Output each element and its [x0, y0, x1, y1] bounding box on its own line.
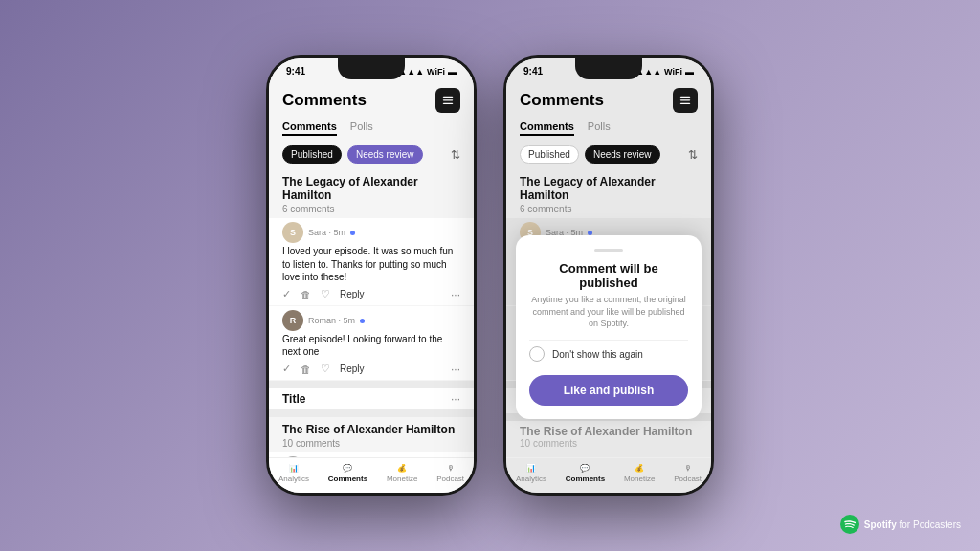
phone-inner-right: 9:41 ▲▲▲ WiFi ▬ Comments Comments	[506, 58, 711, 493]
dont-show-label: Don't show this again	[552, 349, 643, 360]
nav-podcast-label-left: Podcast	[436, 474, 464, 483]
filter-icon-right[interactable]: ⇅	[688, 148, 698, 162]
page-title-right: Comments	[520, 91, 604, 110]
notch-left	[338, 58, 405, 79]
nav-analytics-right[interactable]: 📊 Analytics	[516, 464, 546, 483]
tab-comments-right[interactable]: Comments	[520, 121, 574, 136]
comment-sara-actions: ✓ 🗑 ♡ Reply ···	[282, 288, 460, 301]
time-right: 9:41	[523, 66, 543, 77]
comments-icon-right: 💬	[580, 464, 590, 473]
nav-analytics-label-left: Analytics	[278, 474, 309, 483]
check-icon-sara[interactable]: ✓	[282, 288, 291, 300]
nav-podcast-right[interactable]: 🎙 Podcast	[674, 464, 702, 483]
section-info-right: The Rise of Alexander Hamilton 10 commen…	[506, 421, 711, 452]
filter-icon-left[interactable]: ⇅	[451, 148, 460, 162]
tab-polls-right[interactable]: Polls	[588, 121, 611, 136]
svg-rect-5	[680, 103, 691, 104]
more-btn-sara[interactable]: ···	[451, 288, 460, 301]
analytics-icon-right: 📊	[526, 464, 536, 473]
reply-btn-roman[interactable]: Reply	[340, 364, 365, 374]
nav-analytics-label-right: Analytics	[516, 474, 546, 483]
menu-icon-left[interactable]	[435, 88, 460, 113]
comment-sara-left: S Sara · 5m I loved your episode. It was…	[269, 218, 474, 305]
heart-icon-roman[interactable]: ♡	[321, 363, 330, 375]
nav-monetize-left[interactable]: 💰 Monetize	[387, 464, 417, 483]
bottom-nav-left: 📊 Analytics 💬 Comments 💰 Monetize 🎙 Podc…	[269, 457, 474, 493]
svg-rect-1	[443, 99, 454, 100]
content-right: Comments Comments Polls Published Needs …	[506, 80, 711, 457]
page-title-left: Comments	[282, 91, 367, 110]
battery-icon-right: ▬	[685, 67, 694, 77]
filter-published-right[interactable]: Published	[520, 145, 579, 164]
comment-roman-left: R Roman · 5m Great episode! Looking forw…	[269, 306, 474, 380]
bottom-nav-right: 📊 Analytics 💬 Comments 💰 Monetize 🎙 Podc…	[506, 457, 711, 493]
divider-1-left	[269, 381, 474, 388]
avatar-roman-left: R	[282, 310, 303, 331]
tabs-right: Comments Polls	[506, 119, 711, 142]
comment-roman-text: Great episode! Looking forward to the ne…	[282, 333, 460, 359]
title-more-btn[interactable]: ···	[451, 392, 460, 406]
nav-monetize-label-left: Monetize	[387, 474, 417, 483]
filter-row-left: Published Needs review ⇅	[269, 142, 474, 169]
battery-icon: ▬	[448, 67, 457, 77]
divider-2-left	[269, 409, 474, 417]
spotify-logo-icon	[840, 515, 859, 534]
status-icons-right: ▲▲▲ WiFi ▬	[635, 67, 694, 77]
tab-comments-left[interactable]: Comments	[282, 121, 337, 136]
comment-sara-header: S Sara · 5m	[282, 222, 460, 243]
tabs-left: Comments Polls	[269, 119, 474, 142]
tab-polls-left[interactable]: Polls	[350, 121, 373, 136]
filter-published-left[interactable]: Published	[282, 145, 342, 164]
nav-analytics-left[interactable]: 📊 Analytics	[278, 464, 309, 483]
podcast-icon-left: 🎙	[447, 464, 455, 473]
modal-title: Comment will be published	[529, 261, 688, 290]
section-count-2-left: 10 comments	[269, 438, 474, 452]
reply-btn-sara[interactable]: Reply	[340, 289, 365, 299]
like-publish-button[interactable]: Like and publish	[529, 375, 688, 406]
modal-checkbox-row: Don't show this again	[529, 340, 688, 367]
phones-container: 9:41 ▲▲▲ WiFi ▬ Comments Comments	[266, 55, 714, 496]
nav-monetize-right[interactable]: 💰 Monetize	[624, 464, 655, 483]
more-btn-roman[interactable]: ···	[451, 363, 460, 376]
phone-inner-left: 9:41 ▲▲▲ WiFi ▬ Comments Comments	[269, 58, 474, 493]
check-icon-roman[interactable]: ✓	[282, 363, 291, 375]
notch-right	[575, 58, 642, 79]
comment-roman-actions: ✓ 🗑 ♡ Reply ···	[282, 363, 460, 376]
trash-icon-sara[interactable]: 🗑	[301, 289, 311, 300]
monetize-icon-right: 💰	[635, 464, 644, 473]
comment-sara-meta: Sara · 5m	[308, 228, 355, 237]
dont-show-checkbox[interactable]	[529, 346, 545, 362]
filter-needs-review-right[interactable]: Needs review	[585, 145, 660, 164]
filter-row-right: Published Needs review ⇅	[506, 142, 711, 169]
filter-needs-review-left[interactable]: Needs review	[347, 145, 423, 164]
svg-rect-0	[443, 97, 454, 98]
svg-rect-2	[443, 103, 454, 104]
nav-podcast-left[interactable]: 🎙 Podcast	[436, 464, 464, 483]
time-left: 9:41	[286, 66, 305, 77]
comment-roman-header: R Roman · 5m	[282, 310, 460, 331]
section-count-1-right: 6 comments	[506, 204, 711, 218]
heart-icon-sara[interactable]: ♡	[321, 288, 330, 300]
menu-icon-right[interactable]	[673, 88, 698, 113]
spotify-branding: Spotify for Podcasters	[840, 515, 961, 534]
content-left: Comments Comments Polls Published Needs …	[269, 80, 474, 457]
section-title-1-right: The Legacy of Alexander Hamilton	[506, 169, 711, 204]
section-title-only: Title	[282, 392, 305, 406]
nav-comments-label-left: Comments	[328, 474, 368, 483]
avatar-sara-left: S	[282, 222, 303, 243]
svg-rect-3	[680, 97, 691, 98]
nav-podcast-label-right: Podcast	[674, 474, 702, 483]
comment-sara-text: I loved your episode. It was so much fun…	[282, 245, 460, 284]
comment-roman-meta: Roman · 5m	[308, 316, 365, 325]
wifi-icon: WiFi	[427, 67, 445, 77]
spotify-text: Spotify for Podcasters	[864, 519, 961, 530]
trash-icon-roman[interactable]: 🗑	[301, 364, 311, 375]
nav-monetize-label-right: Monetize	[624, 474, 655, 483]
right-phone: 9:41 ▲▲▲ WiFi ▬ Comments Comments	[503, 55, 714, 496]
nav-comments-right[interactable]: 💬 Comments	[566, 464, 605, 483]
nav-comments-left[interactable]: 💬 Comments	[328, 464, 368, 483]
comments-icon-left: 💬	[343, 464, 352, 473]
section-title-2-left: The Rise of Alexander Hamilton	[269, 417, 474, 438]
monetize-icon-left: 💰	[397, 464, 407, 473]
section-title-1-left: The Legacy of Alexander Hamilton	[269, 169, 474, 204]
